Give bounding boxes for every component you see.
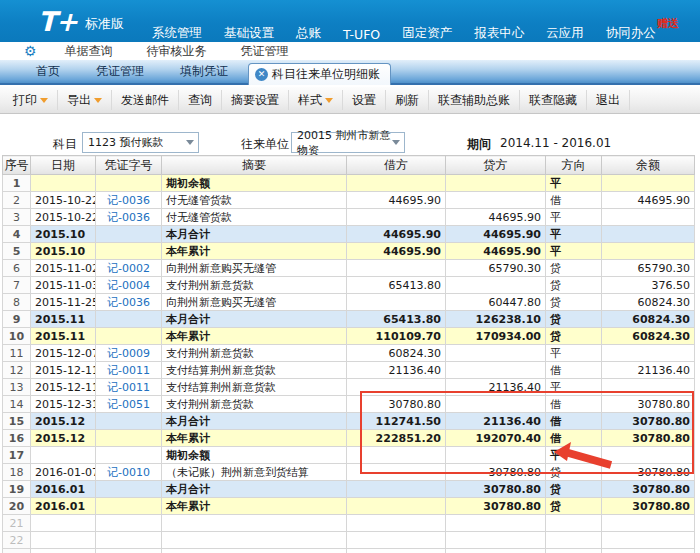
credit-cell: 44695.90: [446, 209, 546, 226]
dropdown-caret-icon: [40, 98, 48, 103]
style-button[interactable]: 样式: [289, 90, 343, 110]
ledger-table: 序号日期凭证字号摘要借方贷方方向余额 1期初余额平22015-10-22记-00…: [2, 155, 695, 553]
date-cell: 2015-11-25: [31, 294, 96, 311]
menu-item-cloud-apps[interactable]: 云应用: [546, 25, 584, 42]
table-row[interactable]: 17期初余额平: [3, 447, 695, 464]
direction-cell: 借: [546, 430, 602, 447]
balance-cell: 30780.80: [602, 481, 695, 498]
voucher-link-cell[interactable]: 记-0036: [96, 209, 162, 226]
menu-item-basic-settings[interactable]: 基础设置: [224, 25, 274, 42]
voucher-link-cell[interactable]: 记-0036: [96, 294, 162, 311]
table-row[interactable]: 142015-12-31记-0051支付荆州新意货款30780.80借30780…: [3, 396, 695, 413]
exit-button[interactable]: 退出: [587, 90, 630, 110]
table-row[interactable]: 21: [3, 515, 695, 532]
gear-icon[interactable]: ⚙: [24, 42, 37, 60]
voucher-link-cell[interactable]: 记-0010: [96, 464, 162, 481]
debit-cell: 65413.80: [347, 277, 446, 294]
balance-cell: [602, 549, 695, 553]
summary-settings-button[interactable]: 摘要设置: [222, 90, 289, 110]
table-row[interactable]: 102015.11本年累计110109.70170934.00贷60824.30: [3, 328, 695, 345]
credit-cell: 126238.10: [446, 311, 546, 328]
voucher-link-cell: [96, 515, 162, 532]
quickbar-item-voucher-management[interactable]: 凭证管理: [241, 43, 289, 60]
table-row[interactable]: 32015-10-22记-0036付无缝管货款44695.90平: [3, 209, 695, 226]
table-row[interactable]: 112015-12-07记-0009支付荆州新意货款60824.30平: [3, 345, 695, 362]
debit-cell: 21136.40: [347, 362, 446, 379]
quickbar-item-document-query[interactable]: 单据查询: [65, 43, 113, 60]
direction-cell: [546, 515, 602, 532]
tab-home[interactable]: 首页: [36, 63, 60, 80]
date-cell: 2015.10: [31, 226, 96, 243]
linkquery-aux-ledger-button[interactable]: 联查辅助总账: [429, 90, 520, 110]
table-row[interactable]: 182016-01-07记-0010（未记账）荆州新意到货结算30780.80贷…: [3, 464, 695, 481]
table-row[interactable]: 82015-11-25记-0036向荆州新意购买无缝管60447.80贷6082…: [3, 294, 695, 311]
send-mail-button[interactable]: 发送邮件: [112, 90, 179, 110]
close-icon[interactable]: ✕: [255, 68, 268, 81]
tab-voucher-entry[interactable]: 填制凭证: [180, 63, 228, 80]
toolbar: 打印导出发送邮件查询摘要设置样式设置刷新联查辅助总账联查隐藏退出: [0, 87, 700, 114]
refresh-button[interactable]: 刷新: [386, 90, 429, 110]
unit-select[interactable]: 20015 荆州市新意物资: [291, 132, 405, 153]
table-row[interactable]: 42015.10本月合计44695.9044695.90平: [3, 226, 695, 243]
voucher-link-cell[interactable]: 记-0009: [96, 345, 162, 362]
table-row[interactable]: 1期初余额平: [3, 175, 695, 192]
balance-cell: 376.50: [602, 277, 695, 294]
summary-cell: 支付荆州新意货款: [162, 345, 347, 362]
table-row[interactable]: 22: [3, 532, 695, 549]
table-row[interactable]: 202016.01本年累计30780.80贷30780.80: [3, 498, 695, 515]
summary-cell: 本月合计: [162, 226, 347, 243]
voucher-link-cell[interactable]: 记-0051: [96, 396, 162, 413]
column-header-1: 日期: [31, 156, 96, 175]
debit-cell: [347, 481, 446, 498]
table-row[interactable]: 72015-11-03记-0004支付荆州新意货款65413.80贷376.50: [3, 277, 695, 294]
table-header-row: 序号日期凭证字号摘要借方贷方方向余额: [3, 156, 695, 175]
table-row[interactable]: 92015.11本月合计65413.80126238.10贷60824.30: [3, 311, 695, 328]
menu-item-fixed-assets[interactable]: 固定资产: [402, 25, 452, 42]
quickbar-item-pending-audit[interactable]: 待审核业务: [147, 43, 207, 60]
table-row[interactable]: 152015.12本月合计112741.5021136.40借30780.80: [3, 413, 695, 430]
summary-cell: [162, 549, 347, 553]
date-cell: 2015-11-02: [31, 260, 96, 277]
menu-item-report-center[interactable]: 报表中心: [474, 25, 524, 42]
table-row[interactable]: 23: [3, 549, 695, 553]
credit-cell: [446, 549, 546, 553]
voucher-link-cell[interactable]: 记-0004: [96, 277, 162, 294]
debit-cell: [347, 175, 446, 192]
direction-cell: 贷: [546, 260, 602, 277]
settings-button[interactable]: 设置: [343, 90, 386, 110]
table-row[interactable]: 132015-12-11记-0011支付结算荆州新意货款21136.40平: [3, 379, 695, 396]
summary-cell: （未记账）荆州新意到货结算: [162, 464, 347, 481]
row-number-cell: 16: [3, 430, 31, 447]
table-row[interactable]: 122015-12-11记-0011支付结算荆州新意货款21136.40借211…: [3, 362, 695, 379]
table-row[interactable]: 192016.01本月合计30780.80贷30780.80: [3, 481, 695, 498]
table-row[interactable]: 22015-10-22记-0036付无缝管货款44695.90借44695.90: [3, 192, 695, 209]
debit-cell: [347, 379, 446, 396]
linkquery-hidden-button[interactable]: 联查隐藏: [520, 90, 587, 110]
voucher-link-cell[interactable]: 记-0011: [96, 362, 162, 379]
subject-select[interactable]: 1123 预付账款: [82, 132, 199, 153]
menu-item-collaborative-office[interactable]: 协同办公赠送: [606, 21, 679, 42]
print-button[interactable]: 打印: [4, 90, 58, 110]
debit-cell: [347, 294, 446, 311]
voucher-link-cell[interactable]: 记-0002: [96, 260, 162, 277]
menu-item-system-management[interactable]: 系统管理: [152, 25, 202, 42]
table-row[interactable]: 162015.12本年累计222851.20192070.40借30780.80: [3, 430, 695, 447]
menu-item-general-ledger[interactable]: 总账: [296, 25, 321, 42]
debit-cell: 110109.70: [347, 328, 446, 345]
table-row[interactable]: 62015-11-02记-0002向荆州新意购买无缝管65790.30贷6579…: [3, 260, 695, 277]
date-cell: 2015.11: [31, 328, 96, 345]
credit-cell: 60447.80: [446, 294, 546, 311]
debit-cell: [347, 209, 446, 226]
export-button[interactable]: 导出: [58, 90, 112, 110]
query-button[interactable]: 查询: [179, 90, 222, 110]
voucher-link-cell[interactable]: 记-0011: [96, 379, 162, 396]
table-row[interactable]: 52015.10本年累计44695.9044695.90平: [3, 243, 695, 260]
direction-cell: 平: [546, 345, 602, 362]
tab-subject-detail-ledger[interactable]: ✕ 科目往来单位明细账: [248, 63, 391, 85]
row-number-cell: 6: [3, 260, 31, 277]
column-header-7: 余额: [602, 156, 695, 175]
voucher-link-cell[interactable]: 记-0036: [96, 192, 162, 209]
menu-item-t-ufo[interactable]: T-UFO: [343, 27, 380, 42]
tab-voucher-management[interactable]: 凭证管理: [96, 63, 144, 80]
credit-cell: [446, 192, 546, 209]
